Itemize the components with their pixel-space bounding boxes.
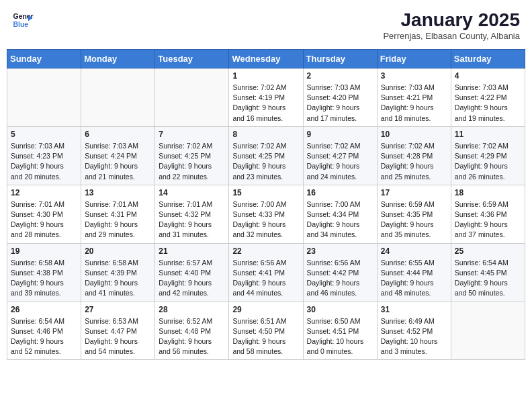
calendar-cell: 1Sunrise: 7:02 AMSunset: 4:19 PMDaylight…	[229, 68, 303, 127]
day-number: 18	[455, 188, 521, 197]
calendar-cell: 19Sunrise: 6:58 AMSunset: 4:38 PMDayligh…	[7, 243, 81, 302]
day-number: 27	[85, 305, 151, 314]
day-number: 5	[11, 130, 77, 139]
calendar-cell: 10Sunrise: 7:02 AMSunset: 4:28 PMDayligh…	[377, 126, 451, 185]
weekday-header-sunday: Sunday	[7, 50, 81, 68]
calendar-cell: 4Sunrise: 7:03 AMSunset: 4:22 PMDaylight…	[451, 68, 525, 127]
calendar-cell	[451, 302, 525, 360]
day-info: Sunrise: 7:03 AMSunset: 4:20 PMDaylight:…	[307, 83, 373, 124]
calendar-cell: 2Sunrise: 7:03 AMSunset: 4:20 PMDaylight…	[303, 68, 377, 127]
day-info: Sunrise: 7:02 AMSunset: 4:25 PMDaylight:…	[159, 141, 225, 182]
calendar-week-5: 26Sunrise: 6:54 AMSunset: 4:46 PMDayligh…	[7, 302, 525, 360]
day-info: Sunrise: 7:03 AMSunset: 4:22 PMDaylight:…	[455, 83, 521, 124]
day-info: Sunrise: 7:02 AMSunset: 4:28 PMDaylight:…	[381, 141, 447, 182]
calendar-cell: 12Sunrise: 7:01 AMSunset: 4:30 PMDayligh…	[7, 185, 81, 243]
day-number: 16	[307, 188, 373, 197]
day-info: Sunrise: 6:59 AMSunset: 4:35 PMDaylight:…	[381, 199, 447, 240]
weekday-header-tuesday: Tuesday	[155, 50, 229, 68]
calendar-cell: 9Sunrise: 7:02 AMSunset: 4:27 PMDaylight…	[303, 126, 377, 185]
calendar-cell: 22Sunrise: 6:56 AMSunset: 4:41 PMDayligh…	[229, 243, 303, 302]
weekday-header-thursday: Thursday	[303, 50, 377, 68]
month-title: January 2025	[383, 9, 520, 31]
day-number: 11	[455, 130, 521, 139]
day-info: Sunrise: 6:57 AMSunset: 4:40 PMDaylight:…	[159, 258, 225, 299]
day-info: Sunrise: 7:03 AMSunset: 4:24 PMDaylight:…	[85, 141, 151, 182]
calendar-cell: 21Sunrise: 6:57 AMSunset: 4:40 PMDayligh…	[155, 243, 229, 302]
day-number: 26	[11, 305, 77, 314]
calendar-cell: 6Sunrise: 7:03 AMSunset: 4:24 PMDaylight…	[81, 126, 155, 185]
day-info: Sunrise: 7:02 AMSunset: 4:19 PMDaylight:…	[232, 83, 299, 124]
day-number: 4	[455, 71, 521, 81]
day-number: 8	[232, 130, 299, 139]
page-header: General Blue January 2025 Perrenjas, Elb…	[7, 7, 525, 44]
day-number: 2	[307, 71, 373, 81]
day-info: Sunrise: 7:03 AMSunset: 4:23 PMDaylight:…	[11, 141, 77, 182]
title-block: January 2025 Perrenjas, Elbasan County, …	[383, 9, 520, 41]
day-info: Sunrise: 7:02 AMSunset: 4:29 PMDaylight:…	[455, 141, 521, 182]
day-number: 14	[159, 188, 225, 197]
calendar-cell: 7Sunrise: 7:02 AMSunset: 4:25 PMDaylight…	[155, 126, 229, 185]
day-info: Sunrise: 6:56 AMSunset: 4:41 PMDaylight:…	[232, 258, 299, 299]
day-number: 23	[307, 246, 373, 256]
day-number: 19	[11, 246, 77, 256]
calendar-cell: 11Sunrise: 7:02 AMSunset: 4:29 PMDayligh…	[451, 126, 525, 185]
day-info: Sunrise: 7:00 AMSunset: 4:34 PMDaylight:…	[307, 199, 373, 240]
weekday-header-wednesday: Wednesday	[229, 50, 303, 68]
calendar-cell: 20Sunrise: 6:58 AMSunset: 4:39 PMDayligh…	[81, 243, 155, 302]
calendar-cell: 3Sunrise: 7:03 AMSunset: 4:21 PMDaylight…	[377, 68, 451, 127]
calendar-cell: 5Sunrise: 7:03 AMSunset: 4:23 PMDaylight…	[7, 126, 81, 185]
calendar-cell: 17Sunrise: 6:59 AMSunset: 4:35 PMDayligh…	[377, 185, 451, 243]
calendar-cell: 8Sunrise: 7:02 AMSunset: 4:25 PMDaylight…	[229, 126, 303, 185]
calendar-week-3: 12Sunrise: 7:01 AMSunset: 4:30 PMDayligh…	[7, 185, 525, 243]
calendar-cell: 25Sunrise: 6:54 AMSunset: 4:45 PMDayligh…	[451, 243, 525, 302]
day-number: 21	[159, 246, 225, 256]
calendar-cell: 13Sunrise: 7:01 AMSunset: 4:31 PMDayligh…	[81, 185, 155, 243]
calendar-cell	[155, 68, 229, 127]
day-info: Sunrise: 6:49 AMSunset: 4:52 PMDaylight:…	[381, 316, 447, 357]
day-info: Sunrise: 7:02 AMSunset: 4:27 PMDaylight:…	[307, 141, 373, 182]
day-number: 17	[381, 188, 447, 197]
day-number: 22	[232, 246, 299, 256]
day-number: 10	[381, 130, 447, 139]
calendar-cell: 24Sunrise: 6:55 AMSunset: 4:44 PMDayligh…	[377, 243, 451, 302]
calendar-table: SundayMondayTuesdayWednesdayThursdayFrid…	[7, 49, 525, 360]
calendar-cell	[81, 68, 155, 127]
day-info: Sunrise: 6:58 AMSunset: 4:39 PMDaylight:…	[85, 258, 151, 299]
calendar-cell: 23Sunrise: 6:56 AMSunset: 4:42 PMDayligh…	[303, 243, 377, 302]
day-info: Sunrise: 6:58 AMSunset: 4:38 PMDaylight:…	[11, 258, 77, 299]
day-number: 24	[381, 246, 447, 256]
day-number: 31	[381, 305, 447, 314]
day-info: Sunrise: 7:02 AMSunset: 4:25 PMDaylight:…	[232, 141, 299, 182]
day-number: 20	[85, 246, 151, 256]
day-number: 13	[85, 188, 151, 197]
calendar-cell	[7, 68, 81, 127]
day-info: Sunrise: 7:00 AMSunset: 4:33 PMDaylight:…	[232, 199, 299, 240]
day-number: 28	[159, 305, 225, 314]
calendar-cell: 27Sunrise: 6:53 AMSunset: 4:47 PMDayligh…	[81, 302, 155, 360]
calendar-cell: 26Sunrise: 6:54 AMSunset: 4:46 PMDayligh…	[7, 302, 81, 360]
calendar-cell: 15Sunrise: 7:00 AMSunset: 4:33 PMDayligh…	[229, 185, 303, 243]
day-number: 29	[232, 305, 299, 314]
day-number: 25	[455, 246, 521, 256]
calendar-cell: 18Sunrise: 6:59 AMSunset: 4:36 PMDayligh…	[451, 185, 525, 243]
day-info: Sunrise: 7:01 AMSunset: 4:31 PMDaylight:…	[85, 199, 151, 240]
calendar-week-4: 19Sunrise: 6:58 AMSunset: 4:38 PMDayligh…	[7, 243, 525, 302]
day-number: 7	[159, 130, 225, 139]
day-info: Sunrise: 6:53 AMSunset: 4:47 PMDaylight:…	[85, 316, 151, 357]
day-info: Sunrise: 6:51 AMSunset: 4:50 PMDaylight:…	[232, 316, 299, 357]
day-number: 1	[232, 71, 299, 81]
day-number: 15	[232, 188, 299, 197]
calendar-week-1: 1Sunrise: 7:02 AMSunset: 4:19 PMDaylight…	[7, 68, 525, 127]
day-number: 9	[307, 130, 373, 139]
day-info: Sunrise: 6:52 AMSunset: 4:48 PMDaylight:…	[159, 316, 225, 357]
calendar-cell: 14Sunrise: 7:01 AMSunset: 4:32 PMDayligh…	[155, 185, 229, 243]
day-number: 6	[85, 130, 151, 139]
logo-icon: General Blue	[12, 9, 34, 31]
day-info: Sunrise: 7:01 AMSunset: 4:30 PMDaylight:…	[11, 199, 77, 240]
calendar-cell: 31Sunrise: 6:49 AMSunset: 4:52 PMDayligh…	[377, 302, 451, 360]
day-number: 3	[381, 71, 447, 81]
day-info: Sunrise: 6:59 AMSunset: 4:36 PMDaylight:…	[455, 199, 521, 240]
day-info: Sunrise: 7:03 AMSunset: 4:21 PMDaylight:…	[381, 83, 447, 124]
calendar-cell: 30Sunrise: 6:50 AMSunset: 4:51 PMDayligh…	[303, 302, 377, 360]
weekday-header-saturday: Saturday	[451, 50, 525, 68]
